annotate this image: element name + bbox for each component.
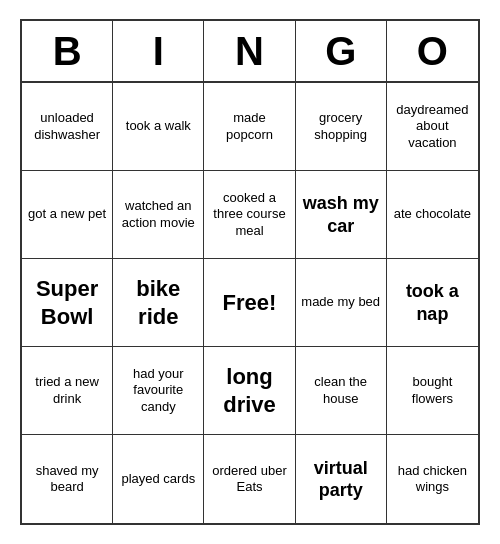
bingo-cell-4: daydreamed about vacation	[387, 83, 478, 171]
bingo-cell-6: watched an action movie	[113, 171, 204, 259]
bingo-header: BINGO	[22, 21, 478, 83]
bingo-cell-1: took a walk	[113, 83, 204, 171]
bingo-cell-17: long drive	[204, 347, 295, 435]
bingo-cell-20: shaved my beard	[22, 435, 113, 523]
bingo-letter-g: G	[296, 21, 387, 81]
bingo-cell-12: Free!	[204, 259, 295, 347]
bingo-cell-18: clean the house	[296, 347, 387, 435]
bingo-cell-7: cooked a three course meal	[204, 171, 295, 259]
bingo-grid: unloaded dishwashertook a walkmade popco…	[22, 83, 478, 523]
bingo-letter-n: N	[204, 21, 295, 81]
bingo-cell-21: played cards	[113, 435, 204, 523]
bingo-card: BINGO unloaded dishwashertook a walkmade…	[20, 19, 480, 525]
bingo-cell-0: unloaded dishwasher	[22, 83, 113, 171]
bingo-letter-o: O	[387, 21, 478, 81]
bingo-cell-3: grocery shopping	[296, 83, 387, 171]
bingo-letter-b: B	[22, 21, 113, 81]
bingo-cell-5: got a new pet	[22, 171, 113, 259]
bingo-cell-9: ate chocolate	[387, 171, 478, 259]
bingo-cell-19: bought flowers	[387, 347, 478, 435]
bingo-cell-24: had chicken wings	[387, 435, 478, 523]
bingo-cell-16: had your favourite candy	[113, 347, 204, 435]
bingo-cell-11: bike ride	[113, 259, 204, 347]
bingo-letter-i: I	[113, 21, 204, 81]
bingo-cell-22: ordered uber Eats	[204, 435, 295, 523]
bingo-cell-8: wash my car	[296, 171, 387, 259]
bingo-cell-14: took a nap	[387, 259, 478, 347]
bingo-cell-13: made my bed	[296, 259, 387, 347]
bingo-cell-15: tried a new drink	[22, 347, 113, 435]
bingo-cell-2: made popcorn	[204, 83, 295, 171]
bingo-cell-23: virtual party	[296, 435, 387, 523]
bingo-cell-10: Super Bowl	[22, 259, 113, 347]
